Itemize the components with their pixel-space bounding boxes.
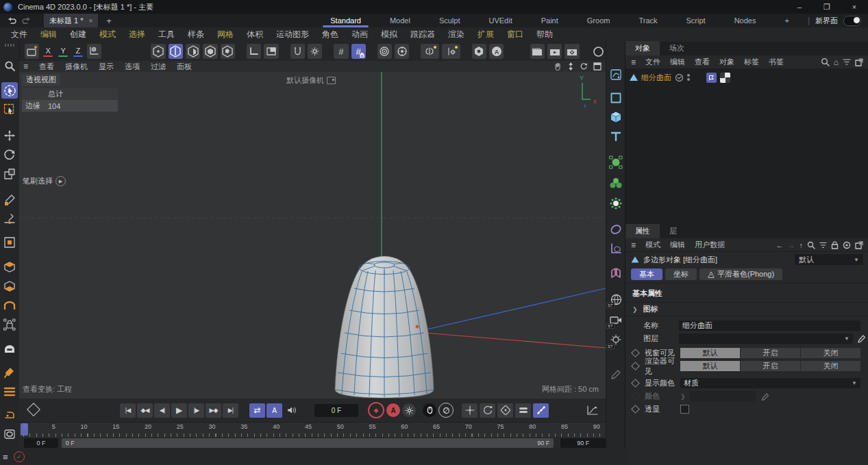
record-keyframe-button[interactable]: ◆ (368, 402, 384, 418)
selection-tag-icon[interactable] (706, 73, 717, 83)
am-popout-icon[interactable] (855, 241, 863, 249)
object-row-subdivision-surface[interactable]: 细分曲面 (625, 69, 868, 86)
om-filter-icon[interactable] (843, 58, 851, 66)
name-field[interactable]: 细分曲面 (679, 321, 860, 331)
autokey-button[interactable]: A (386, 403, 400, 417)
workplane-icon[interactable] (247, 44, 261, 59)
frame-selection-tool-icon[interactable] (1, 234, 18, 251)
menu-mesh[interactable]: 网格 (217, 29, 234, 40)
om-menu-bookmarks[interactable]: 书签 (769, 57, 784, 67)
menu-window[interactable]: 窗口 (507, 29, 523, 40)
menu-volume[interactable]: 体积 (247, 29, 263, 40)
visibility-dots-icon[interactable] (687, 74, 690, 81)
sound-button[interactable] (284, 403, 299, 418)
ring-selection-tool-icon[interactable] (1, 426, 18, 442)
render-vis-on[interactable]: 开启 (741, 361, 800, 371)
target-icon[interactable] (395, 44, 409, 59)
subdivision-surface-generator-icon[interactable] (608, 154, 624, 171)
move-tool-icon[interactable] (1, 127, 18, 144)
add-layout-button[interactable]: + (770, 14, 803, 27)
fcurve-icon[interactable] (586, 405, 599, 416)
menu-help[interactable]: 帮助 (536, 29, 553, 40)
menu-extensions[interactable]: 扩展 (478, 29, 494, 40)
current-frame-field[interactable]: 0 F (314, 404, 358, 417)
layout-tab-standard[interactable]: Standard (316, 14, 375, 27)
undo-icon[interactable] (4, 15, 19, 26)
model-mode-icon[interactable] (203, 44, 217, 59)
minimize-button[interactable]: – (786, 0, 813, 14)
polygon-mode-icon[interactable] (186, 44, 200, 59)
prev-frame-button[interactable]: ◀| (154, 403, 170, 418)
viewport-hamburger-icon[interactable]: ≡ (23, 62, 28, 71)
xray-checkbox[interactable] (680, 405, 689, 414)
layout-tab-track[interactable]: Track (624, 14, 671, 27)
menu-file[interactable]: 文件 (11, 29, 27, 40)
light-object-icon[interactable]: ST (608, 332, 624, 349)
next-key-button[interactable]: ▶◆ (206, 403, 221, 418)
workplane-mode-icon[interactable] (264, 44, 278, 59)
points-mode-icon[interactable] (151, 44, 165, 59)
am-target-icon[interactable] (843, 241, 851, 249)
viewport-menu-options[interactable]: 选项 (125, 62, 140, 72)
edge-mode-icon[interactable] (169, 44, 183, 59)
symmetry-generator-icon[interactable] (608, 265, 624, 281)
magnet-tool-icon[interactable] (1, 316, 18, 333)
loop-playback-button[interactable]: ⇄ (249, 403, 265, 418)
viewport-canvas[interactable]: Y x z 透视视图 默认摄像机 总计 边缘104 笔刷选择 ▶ 查看变换: 工… (19, 72, 606, 399)
layer-pencil-icon[interactable] (857, 334, 866, 343)
maximize-button[interactable]: ❒ (813, 0, 841, 14)
record-pla-button[interactable] (533, 403, 549, 418)
menu-character[interactable]: 角色 (322, 29, 338, 40)
anim-dot-icon[interactable] (631, 405, 640, 414)
menu-tools[interactable]: 工具 (158, 29, 175, 40)
om-search-icon[interactable] (821, 58, 830, 66)
am-menu-edit[interactable]: 编辑 (670, 240, 685, 250)
range-slider[interactable]: 0 F 90 F (62, 438, 554, 448)
menu-edit[interactable]: 编辑 (40, 29, 57, 40)
anim-dot-icon[interactable] (631, 362, 640, 370)
bend-deformer-icon[interactable] (608, 221, 624, 238)
stage-object-icon[interactable]: ST (608, 312, 624, 328)
am-menu-mode[interactable]: 模式 (645, 240, 660, 250)
spline-pen-tool-icon[interactable] (1, 192, 18, 208)
playhead[interactable] (21, 423, 28, 436)
axis-lock-x-button[interactable]: X (42, 45, 54, 58)
menu-tracker[interactable]: 跟踪器 (410, 29, 435, 40)
am-hamburger-icon[interactable]: ≡ (631, 240, 636, 250)
axis-mode-icon[interactable] (221, 44, 235, 59)
chevron-right-icon[interactable]: ❯ (632, 306, 638, 313)
menu-create[interactable]: 创建 (70, 29, 86, 40)
icon-group-label[interactable]: 图标 (643, 304, 658, 314)
editor-vis-on[interactable]: 开启 (741, 348, 800, 358)
render-vis-off[interactable]: 关闭 (801, 361, 860, 371)
magnifier-tool-icon[interactable] (1, 58, 18, 74)
new-ui-toggle[interactable] (843, 16, 861, 26)
orbit-icon[interactable] (580, 62, 588, 71)
brush-selection-label[interactable]: 笔刷选择 ▶ (23, 176, 66, 186)
am-filter-icon[interactable] (819, 242, 827, 249)
menu-select[interactable]: 选择 (129, 29, 145, 40)
knife-tool-icon[interactable] (1, 364, 18, 381)
om-home-icon[interactable]: ⌂ (834, 58, 839, 67)
display-color-dropdown[interactable]: 材质 ▼ (680, 378, 860, 388)
am-forward-icon[interactable]: → (788, 241, 795, 249)
viewport-menu-filter[interactable]: 过滤 (151, 62, 166, 72)
viewport-menu-view[interactable]: 查看 (39, 62, 54, 72)
document-tab[interactable]: 未标题 1 * × (44, 14, 98, 27)
workplane-axis-icon[interactable] (608, 240, 624, 257)
om-popout-icon[interactable] (855, 58, 863, 66)
symmetry-settings-icon[interactable] (442, 44, 460, 59)
menu-simulate[interactable]: 模拟 (381, 29, 397, 40)
array-generator-icon[interactable] (608, 175, 624, 191)
record-rotation-button[interactable] (480, 403, 495, 418)
keyframe-selection-icon[interactable] (438, 403, 454, 418)
timeline-ruler[interactable]: 051015202530354045505560657075808590 (19, 422, 606, 437)
maximize-view-icon[interactable] (593, 62, 602, 71)
prev-key-button[interactable]: ◆◀ (137, 403, 153, 418)
object-name[interactable]: 细分曲面 (641, 73, 671, 83)
symmetry-icon[interactable] (421, 44, 439, 59)
record-parameter-button[interactable] (515, 403, 531, 418)
om-menu-edit[interactable]: 编辑 (670, 57, 685, 67)
render-vis-default[interactable]: 默认 (680, 361, 740, 371)
axis-lock-y-button[interactable]: Y (57, 45, 69, 58)
